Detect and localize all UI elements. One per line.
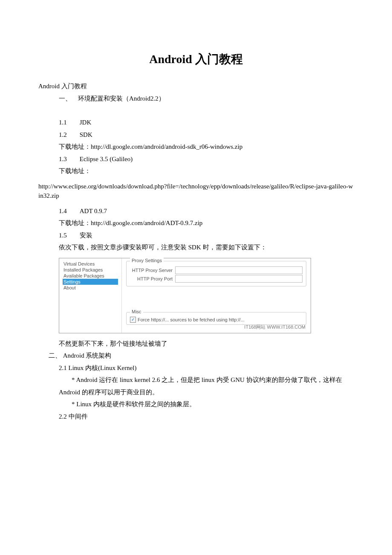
sidebar-item-settings[interactable]: Settings — [63, 279, 118, 285]
section2-heading: 二、 Android 系统架构 — [49, 350, 354, 362]
section-2-1-title: 2.1 Linux 内核(Linux Kernel) — [59, 362, 354, 374]
adt-download-url: 下载地址：http://dl.google.com/android/ADT-0.… — [59, 217, 354, 229]
force-http-checkbox[interactable]: ✓ — [130, 317, 136, 323]
force-http-label: Force https://... sources to be fetched … — [138, 317, 245, 322]
proxy-port-label: HTTP Proxy Port — [130, 276, 175, 281]
proxy-server-input[interactable] — [175, 266, 303, 274]
sdk-download-url: 下载地址：http://dl.google.com/android/androi… — [59, 141, 354, 153]
section-2-1-p2: * Linux 内核是硬件和软件层之间的抽象层。 — [59, 398, 354, 410]
page-title: Android 入门教程 — [38, 51, 354, 67]
sidebar-item-installed-packages[interactable]: Installed Packages — [63, 267, 118, 273]
sidebar-item-about[interactable]: About — [63, 285, 118, 291]
settings-panel: Proxy Settings HTTP Proxy Server HTTP Pr… — [122, 258, 311, 333]
item-adt: 1.4 ADT 0.9.7 — [59, 205, 354, 217]
after-screenshot-note: 不然更新不下来，那个链接地址被墙了 — [59, 338, 354, 350]
item-sdk: 1.2 SDK — [59, 129, 354, 141]
eclipse-download-url: http://www.eclipse.org/downloads/downloa… — [38, 182, 354, 201]
sidebar-panel: Virtual Devices Installed Packages Avail… — [59, 258, 122, 333]
section-2-1-p1: * Android 运行在 linux kernel 2.6 之上，但是把 li… — [59, 374, 354, 398]
sdk-settings-screenshot: Virtual Devices Installed Packages Avail… — [59, 258, 311, 333]
section-2-2-title: 2.2 中间件 — [59, 410, 354, 423]
subtitle-text: Android 入门教程 — [38, 80, 354, 92]
item-eclipse: 1.3 Eclipse 3.5 (Galileo) — [59, 153, 354, 165]
item-jdk: 1.1 JDK — [59, 116, 354, 129]
proxy-port-input[interactable] — [175, 275, 303, 283]
proxy-settings-group: Proxy Settings HTTP Proxy Server HTTP Pr… — [126, 261, 306, 286]
eclipse-download-label: 下载地址： — [59, 165, 354, 177]
proxy-server-label: HTTP Proxy Server — [130, 268, 175, 273]
screenshot-watermark: IT168网站 WWW.IT168.COM — [244, 324, 306, 330]
misc-title: Misc — [130, 309, 143, 314]
section1-heading: 一、 环境配置和安装（Android2.2） — [59, 92, 354, 105]
install-note: 依次下载，按照文章步骤安装即可，注意安装 SDK 时，需要如下设置下： — [59, 241, 354, 254]
item-install: 1.5 安装 — [59, 229, 354, 242]
sidebar-item-virtual-devices[interactable]: Virtual Devices — [63, 261, 118, 267]
document-page: Android 入门教程 Android 入门教程 一、 环境配置和安装（And… — [0, 0, 392, 457]
proxy-settings-title: Proxy Settings — [130, 258, 164, 263]
misc-group: Misc ✓ Force https://... sources to be f… — [126, 312, 306, 325]
sidebar-item-available-packages[interactable]: Available Packages — [63, 273, 118, 279]
